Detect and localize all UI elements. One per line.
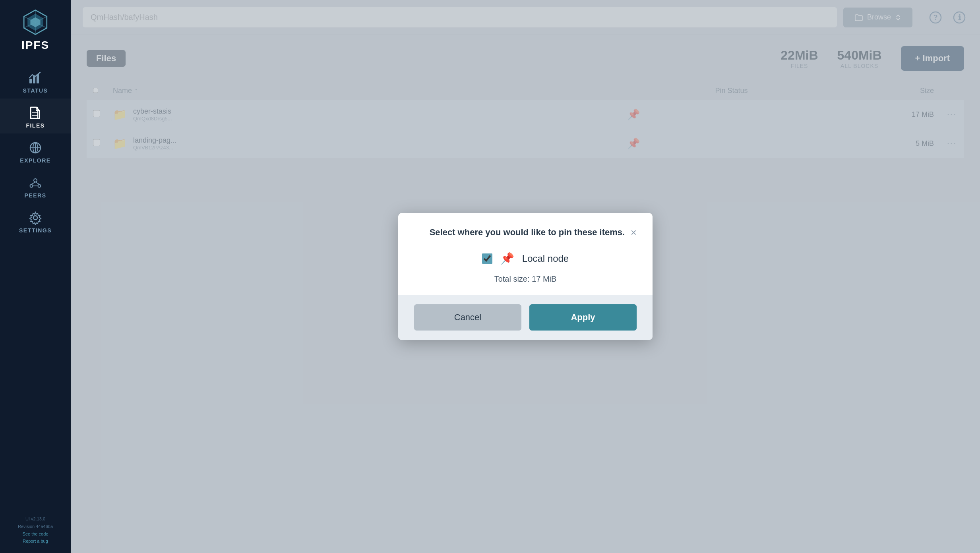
- see-code-link[interactable]: See the code: [23, 532, 48, 536]
- svg-point-17: [30, 185, 33, 188]
- sidebar-item-status-label: STATUS: [23, 87, 48, 94]
- peers-icon: [28, 176, 43, 190]
- svg-line-20: [35, 182, 39, 184]
- svg-point-16: [34, 179, 37, 182]
- settings-icon: [28, 211, 43, 225]
- ipfs-logo-icon: [21, 8, 50, 37]
- sidebar-item-peers[interactable]: PEERS: [0, 168, 71, 203]
- explore-icon: [28, 141, 43, 155]
- sidebar-item-status[interactable]: STATUS: [0, 64, 71, 99]
- report-bug-link[interactable]: Report a bug: [23, 539, 48, 543]
- modal-header: Select where you would like to pin these…: [398, 213, 653, 238]
- sidebar-item-explore-label: EXPLORE: [20, 157, 50, 164]
- sidebar-item-files-label: FILES: [26, 122, 45, 129]
- sidebar-item-settings-label: SETTINGS: [19, 227, 52, 234]
- version-text: UI v2.13.0: [18, 515, 53, 523]
- sidebar-footer: UI v2.13.0 Revision 44a46ba See the code…: [14, 515, 57, 545]
- cancel-button[interactable]: Cancel: [414, 304, 521, 331]
- revision-text: Revision 44a46ba: [18, 523, 53, 530]
- files-icon: [28, 106, 43, 120]
- apply-button[interactable]: Apply: [529, 304, 637, 331]
- status-icon: [28, 71, 43, 85]
- modal-overlay: Select where you would like to pin these…: [71, 0, 980, 553]
- sidebar-item-peers-label: PEERS: [25, 192, 46, 199]
- svg-point-22: [33, 216, 37, 220]
- modal-title: Select where you would like to pin these…: [414, 227, 640, 238]
- pin-option: 📌 Local node: [482, 252, 569, 265]
- sidebar-logo: IPFS: [21, 8, 50, 52]
- sidebar-item-settings[interactable]: SETTINGS: [0, 203, 71, 238]
- main-content: Browse ? ℹ Files: [71, 0, 980, 553]
- pin-modal: Select where you would like to pin these…: [398, 213, 653, 340]
- modal-body: 📌 Local node Total size: 17 MiB: [398, 238, 653, 295]
- sidebar-item-files[interactable]: FILES: [0, 99, 71, 133]
- local-node-checkbox[interactable]: [482, 253, 492, 264]
- pin-option-icon: 📌: [500, 252, 514, 265]
- sidebar: IPFS STATUS FILES: [0, 0, 71, 553]
- svg-point-18: [38, 185, 41, 188]
- local-node-label: Local node: [522, 253, 569, 264]
- svg-rect-6: [29, 79, 32, 83]
- sidebar-nav: STATUS FILES EXPLORE: [0, 64, 71, 515]
- modal-close-button[interactable]: ×: [631, 227, 637, 238]
- svg-line-19: [31, 182, 35, 184]
- sidebar-item-explore[interactable]: EXPLORE: [0, 133, 71, 168]
- app-title: IPFS: [21, 39, 49, 52]
- modal-footer: Cancel Apply: [398, 295, 653, 340]
- total-size-text: Total size: 17 MiB: [494, 275, 557, 284]
- svg-rect-7: [33, 76, 35, 83]
